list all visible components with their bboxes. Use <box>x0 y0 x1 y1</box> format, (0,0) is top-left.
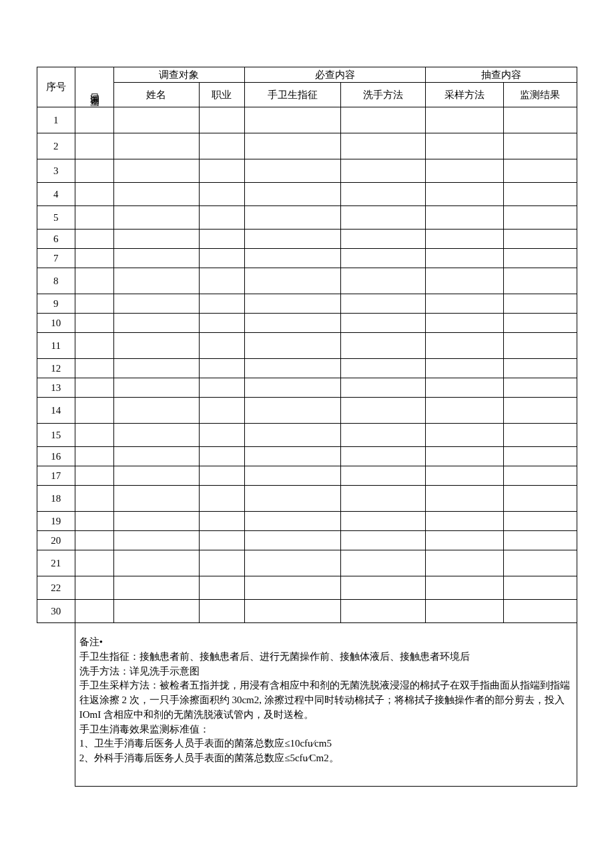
notes-line: 手卫生采样方法：被检者五指并拢，用浸有含相应中和剂的无菌洗脱液浸湿的棉拭子在双手… <box>79 679 573 722</box>
seq-cell: 10 <box>37 314 75 333</box>
data-cell <box>426 486 503 512</box>
data-cell <box>426 294 503 314</box>
table-row: 19 <box>37 512 577 531</box>
seq-cell: 12 <box>37 359 75 378</box>
data-cell <box>426 268 503 294</box>
data-cell <box>340 183 426 206</box>
data-cell <box>340 424 426 447</box>
data-cell <box>75 600 113 623</box>
data-cell <box>75 550 113 576</box>
seq-cell: 4 <box>37 183 75 206</box>
data-cell <box>199 398 244 424</box>
data-cell <box>340 466 426 486</box>
table-row: 1 <box>37 107 577 133</box>
data-cell <box>340 107 426 133</box>
data-cell <box>426 424 503 447</box>
data-cell <box>244 183 340 206</box>
data-cell <box>426 576 503 600</box>
data-cell <box>340 531 426 550</box>
notes-line: 洗手方法：详见洗手示意图 <box>79 665 573 679</box>
seq-cell: 30 <box>37 600 75 623</box>
data-cell <box>113 550 199 576</box>
data-cell <box>426 183 503 206</box>
notes-block: 备注• 手卫生指征：接触患者前、接触患者后、进行无菌操作前、接触体液后、接触患者… <box>75 623 577 786</box>
data-cell <box>199 512 244 531</box>
sub-wash-method-header: 洗手方法 <box>340 83 426 107</box>
data-cell <box>75 249 113 268</box>
notes-line: 手卫生消毒效果监测标准值： <box>79 723 573 737</box>
data-cell <box>113 333 199 359</box>
seq-cell: 3 <box>37 159 75 183</box>
data-cell <box>340 294 426 314</box>
data-cell <box>426 466 503 486</box>
seq-cell: 8 <box>37 268 75 294</box>
data-cell <box>199 206 244 230</box>
data-cell <box>113 268 199 294</box>
data-cell <box>426 359 503 378</box>
data-cell <box>503 294 577 314</box>
data-cell <box>199 424 244 447</box>
data-cell <box>244 424 340 447</box>
data-cell <box>113 314 199 333</box>
data-cell <box>503 230 577 249</box>
data-cell <box>503 398 577 424</box>
data-cell <box>503 447 577 466</box>
table-row: 16 <box>37 447 577 466</box>
data-cell <box>113 183 199 206</box>
data-cell <box>244 206 340 230</box>
data-cell <box>340 333 426 359</box>
table-row: 3 <box>37 159 577 183</box>
data-cell <box>503 531 577 550</box>
data-cell <box>426 333 503 359</box>
document-page: 序号 查期调日 调查对象 必查内容 抽查内容 姓名 职业 手卫生指征 洗手方法 … <box>0 0 614 827</box>
notes-line: 1、卫生手消毒后医务人员手表面的菌落总数应≤10cfu∕cm5 <box>79 737 573 751</box>
table-row: 5 <box>37 206 577 230</box>
data-cell <box>244 486 340 512</box>
table-row: 14 <box>37 398 577 424</box>
data-cell <box>75 531 113 550</box>
data-cell <box>244 378 340 398</box>
data-cell <box>75 230 113 249</box>
data-cell <box>75 398 113 424</box>
data-cell <box>244 249 340 268</box>
data-cell <box>113 398 199 424</box>
table-row: 13 <box>37 378 577 398</box>
group-subject-header: 调查对象 <box>113 67 244 83</box>
data-cell <box>340 230 426 249</box>
data-cell <box>340 550 426 576</box>
data-cell <box>113 531 199 550</box>
table-row: 8 <box>37 268 577 294</box>
data-cell <box>199 486 244 512</box>
data-cell <box>244 107 340 133</box>
data-cell <box>340 378 426 398</box>
data-cell <box>244 447 340 466</box>
data-cell <box>503 183 577 206</box>
data-cell <box>426 230 503 249</box>
table-row: 12 <box>37 359 577 378</box>
data-cell <box>199 531 244 550</box>
group-sample-header: 抽查内容 <box>426 67 577 83</box>
data-cell <box>426 107 503 133</box>
data-cell <box>503 600 577 623</box>
data-cell <box>340 268 426 294</box>
data-cell <box>244 550 340 576</box>
seq-cell: 9 <box>37 294 75 314</box>
data-cell <box>503 576 577 600</box>
data-cell <box>426 398 503 424</box>
seq-cell: 13 <box>37 378 75 398</box>
data-cell <box>113 294 199 314</box>
data-cell <box>199 466 244 486</box>
data-cell <box>340 133 426 159</box>
seq-cell: 15 <box>37 424 75 447</box>
data-cell <box>503 133 577 159</box>
table-row: 7 <box>37 249 577 268</box>
data-cell <box>244 333 340 359</box>
data-cell <box>75 314 113 333</box>
data-cell <box>75 512 113 531</box>
data-cell <box>503 424 577 447</box>
data-cell <box>113 206 199 230</box>
data-cell <box>426 133 503 159</box>
notes-container: 备注• 手卫生指征：接触患者前、接触患者后、进行无菌操作前、接触体液后、接触患者… <box>75 623 577 787</box>
data-cell <box>199 333 244 359</box>
data-cell <box>113 600 199 623</box>
